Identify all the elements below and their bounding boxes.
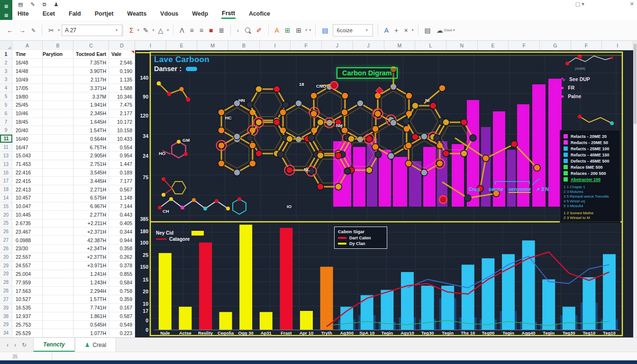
column-header-chart-2[interactable]: M (197, 41, 228, 50)
cell-c[interactable]: 2.294H (73, 287, 109, 295)
cell-d[interactable]: 1.135 (109, 75, 135, 83)
row-header[interactable]: 11 (0, 135, 12, 143)
search-icon[interactable] (245, 27, 250, 33)
share-icon[interactable]: ♟ (54, 1, 58, 8)
row-header[interactable]: 29 (0, 321, 12, 329)
cell-b[interactable] (43, 295, 73, 303)
row-header[interactable]: 2 (0, 59, 12, 67)
row-header[interactable]: 25 (0, 219, 12, 228)
cell-d[interactable]: 0.344 (109, 228, 135, 236)
cell-b[interactable] (43, 160, 73, 168)
cell-c[interactable]: +2.37TH (73, 253, 109, 261)
menu-item-wedp[interactable]: Wedp (191, 9, 209, 18)
cell-d[interactable]: 1.588 (109, 84, 135, 92)
column-header-chart-9[interactable]: L (415, 41, 446, 50)
column-header-chart-1[interactable]: E (166, 41, 198, 50)
cell-a[interactable]: 10/46 (12, 109, 43, 118)
sheet-tab-creal[interactable]: ♟Creal (75, 338, 116, 352)
cell-c[interactable]: 3.90TH (73, 67, 109, 75)
delete-icon[interactable]: × (401, 24, 410, 36)
font-color-icon[interactable]: A (272, 24, 282, 36)
cell-c[interactable]: 1.57TH (73, 295, 109, 303)
tab-next-icon[interactable]: › (14, 342, 16, 348)
cell-d[interactable]: 0.190 (109, 67, 135, 75)
cell-a[interactable]: 24.557 (12, 262, 43, 270)
print-icon[interactable]: ✎ (30, 1, 35, 8)
sheet-icon[interactable]: ▤ (319, 24, 331, 36)
sheet-tab-tenncty[interactable]: Tenncty (33, 338, 75, 352)
row-header[interactable]: 29 (0, 262, 12, 270)
cell-a[interactable]: 10.457 (12, 194, 43, 202)
dropdown-caret-icon[interactable]: ▾ (57, 28, 61, 32)
cell-c[interactable]: +2.34TH (73, 245, 109, 253)
cell-a[interactable]: 10.047 (12, 202, 43, 210)
cell-c[interactable]: 3.545H (73, 169, 109, 177)
row-header[interactable]: 29 (0, 270, 12, 278)
cell-b[interactable] (43, 169, 73, 177)
column-header-C[interactable]: C (73, 41, 109, 50)
cell-c[interactable]: 3.37M (73, 92, 109, 100)
row-header[interactable]: 6 (0, 109, 12, 118)
cell-b[interactable] (43, 152, 73, 160)
fill-pen-icon[interactable]: ✎ (140, 24, 152, 36)
row-header-1[interactable]: 1 (0, 50, 12, 58)
cell-b[interactable] (43, 245, 73, 253)
cell-a[interactable]: 22.413 (12, 185, 43, 193)
dropdown-caret-icon[interactable]: ▾ (151, 28, 155, 32)
cell-c[interactable]: 1.54TH (73, 126, 109, 134)
row-header[interactable]: 3 (0, 67, 12, 75)
cell-a[interactable]: 25.004 (12, 270, 43, 278)
cell-a1[interactable]: Tine (12, 50, 43, 58)
cell-b[interactable] (43, 185, 73, 193)
cell-d[interactable]: 0.587 (109, 312, 135, 320)
cell-c[interactable]: 2.271H (73, 185, 109, 193)
cell-a[interactable]: 71.453 (12, 160, 43, 168)
cell-c[interactable]: 1.241H (73, 270, 109, 278)
row-header[interactable]: 16 (0, 169, 12, 177)
cell-d[interactable]: 1.148 (109, 194, 135, 202)
cell-b[interactable] (43, 321, 73, 329)
row-header[interactable]: 27 (0, 295, 12, 303)
cell-b[interactable] (43, 278, 73, 286)
column-header-chart-15[interactable]: I (602, 41, 633, 50)
table-icon[interactable]: ⊞ (293, 24, 305, 36)
cell-a[interactable]: 25.753 (12, 321, 43, 329)
row-header[interactable]: 20 (0, 253, 12, 261)
dropdown-caret-icon[interactable]: ▾ (308, 28, 312, 32)
zoom-select[interactable]: 6coize▾ (333, 24, 373, 36)
row-header[interactable]: 9 (0, 126, 12, 134)
refresh-icon[interactable]: ↻ (22, 342, 27, 348)
cell-d[interactable]: 0.944 (109, 236, 135, 244)
row-header[interactable]: 28 (0, 278, 12, 286)
comment-icon[interactable]: ▤ (422, 24, 434, 36)
delta-icon[interactable]: △ (155, 24, 166, 36)
column-header-chart-10[interactable]: N (446, 41, 478, 50)
cell-b[interactable] (43, 75, 73, 83)
cell-c[interactable]: 3.445H (73, 177, 109, 185)
cell-a[interactable]: 16/47 (12, 143, 43, 151)
dropdown-caret-icon[interactable]: ▾ (411, 28, 415, 32)
cell-d[interactable]: 0.262 (109, 253, 135, 261)
forward-icon[interactable]: → (16, 24, 28, 36)
cell-d[interactable]: 0.359 (109, 295, 135, 303)
cell-b[interactable] (43, 135, 73, 143)
cell-c[interactable]: 6.575H (73, 194, 109, 202)
vertical-scrollbar[interactable] (633, 41, 637, 337)
row-header[interactable]: 17 (0, 177, 12, 185)
menu-item-hite[interactable]: Hite (17, 9, 29, 18)
cell-c[interactable]: 1.077H (73, 329, 109, 337)
cell-b[interactable] (43, 304, 73, 312)
row-header[interactable]: 38 (0, 312, 12, 320)
cell-c[interactable]: 0.545H (73, 321, 109, 329)
function-icon[interactable]: Λ (177, 24, 187, 36)
cell-b[interactable] (43, 211, 73, 219)
menu-item-ecet[interactable]: Ecet (42, 9, 55, 18)
cell-d[interactable]: 10.433 (109, 135, 135, 143)
cell-b[interactable] (43, 287, 73, 295)
dropdown-caret-icon[interactable]: ▾ (304, 28, 308, 32)
copy-icon[interactable]: ⧉ (43, 1, 46, 8)
row-header[interactable]: 11 (0, 143, 12, 151)
cell-b[interactable] (43, 236, 73, 244)
cell-d[interactable]: 0.554 (109, 143, 135, 151)
menu-item-vdous[interactable]: Vdous (160, 9, 179, 18)
